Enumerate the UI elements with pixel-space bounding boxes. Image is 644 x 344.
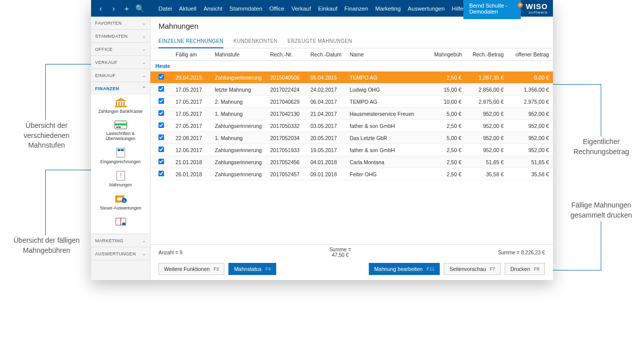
col-rechnr[interactable]: Rech.-Nr.: [266, 48, 306, 61]
page-title: Mahnungen: [150, 17, 553, 33]
menubar: Datei Aktuell Ansicht Stammdaten Office …: [149, 6, 463, 12]
svg-text:€: €: [120, 149, 121, 152]
annotation-rechnungsbetrag: Eigentlicher Rechnungsbetrag: [564, 137, 639, 157]
menu-item[interactable]: Hilfe: [452, 6, 463, 12]
sidebar-item-lastschriften[interactable]: Lastschriften & Überweisungen: [91, 118, 150, 144]
svg-text:!: !: [120, 173, 121, 178]
group-row[interactable]: Heute: [150, 61, 553, 72]
table-row[interactable]: 17.05.20172. Mahnung201704062906.04.2017…: [150, 96, 553, 108]
svg-rect-0: [116, 102, 117, 106]
menu-item[interactable]: Finanzen: [345, 6, 368, 12]
chevron-down-icon: ⌄: [142, 73, 146, 78]
table-row[interactable]: 21.01.2018Zahlungserinnerung201705245604…: [150, 156, 553, 168]
menu-item[interactable]: Einkauf: [318, 6, 337, 12]
sidebar-item-extra[interactable]: [91, 215, 150, 231]
card-icon: [114, 120, 128, 130]
svg-rect-18: [116, 218, 121, 225]
col-rechdatum[interactable]: Rech.-Datum: [306, 48, 346, 61]
menu-item[interactable]: Aktuell: [179, 6, 197, 12]
row-checkbox[interactable]: [158, 110, 164, 116]
annotation-drucken: Fällige Mahnungen gesammelt drucken: [564, 200, 639, 220]
tax-icon: S: [114, 193, 127, 204]
menu-item[interactable]: Office: [269, 6, 284, 12]
chevron-down-icon: ⌄: [142, 238, 146, 243]
table-row[interactable]: 17.05.20171. Mahnung201704213021.04.2017…: [150, 108, 553, 120]
table-row[interactable]: 27.05.2017Zahlungserinnerung201705033203…: [150, 120, 553, 132]
svg-rect-3: [123, 102, 125, 106]
row-checkbox[interactable]: [158, 134, 164, 140]
sidebar-group-office[interactable]: OFFICE⌄: [91, 43, 150, 55]
menu-item[interactable]: Datei: [158, 6, 172, 12]
nav-search-icon[interactable]: 🔍: [135, 4, 144, 13]
count-label: Anzahl = 9: [158, 250, 183, 255]
sidebar-group-verkauf[interactable]: VERKAUF⌄: [91, 56, 150, 68]
row-checkbox[interactable]: [158, 86, 164, 92]
reminder-icon: !: [115, 170, 127, 181]
row-checkbox[interactable]: [158, 98, 164, 104]
row-checkbox[interactable]: [158, 171, 164, 176]
bank-icon: [114, 97, 128, 108]
sidebar-group-favoriten[interactable]: FAVORITEN⌄: [91, 17, 150, 29]
col-mahnstufe[interactable]: Mahnstufe: [211, 48, 266, 61]
svg-text:S: S: [123, 199, 125, 202]
svg-rect-4: [115, 106, 127, 107]
col-mahngebuehr[interactable]: Mahngebüh: [430, 48, 465, 61]
nav-forward-icon[interactable]: ›: [109, 4, 118, 13]
menu-item[interactable]: Ansicht: [203, 6, 222, 12]
svg-rect-15: [117, 197, 122, 200]
col-faellig[interactable]: Fällig am: [172, 48, 211, 61]
svg-rect-7: [116, 126, 118, 128]
tab-einzelne-rechnungen[interactable]: EINZELNE RECHNUNGEN: [158, 35, 223, 48]
table-row[interactable]: 26.01.2018Zahlungserinnerung201705245709…: [150, 168, 553, 180]
nav-back-icon[interactable]: ‹: [96, 4, 105, 13]
nav-add-icon[interactable]: +: [122, 4, 131, 13]
tab-kundenkonten[interactable]: KUNDENKONTEN: [233, 35, 278, 48]
col-name[interactable]: Name: [346, 48, 430, 61]
sum-gebuehren: Summe =47,50 €: [330, 247, 351, 258]
row-checkbox[interactable]: [158, 74, 164, 80]
main-content: Mahnungen EINZELNE RECHNUNGEN KUNDENKONT…: [150, 17, 553, 280]
tab-erzeugte-mahnungen[interactable]: ERZEUGTE MAHNUNGEN: [288, 35, 352, 48]
summary-bar: Anzahl = 9 Summe =47,50 € Summe = 8.226,…: [150, 244, 553, 259]
annotation-mahngebuehren: Übersicht der fälligen Mahngebühren: [5, 236, 88, 255]
sidebar-group-stammdaten[interactable]: STAMMDATEN⌄: [91, 30, 150, 42]
data-grid[interactable]: Fällig am Mahnstufe Rech.-Nr. Rech.-Datu…: [150, 48, 553, 244]
svg-rect-20: [122, 223, 125, 225]
sidebar-group-marketing[interactable]: MARKETING⌄: [91, 234, 150, 247]
titlebar: ‹ › + 🔍 Datei Aktuell Ansicht Stammdaten…: [91, 0, 553, 17]
row-checkbox[interactable]: [158, 159, 164, 164]
sidebar-group-einkauf[interactable]: EINKAUF⌄: [91, 69, 150, 82]
table-row[interactable]: 12.06.2017Zahlungserinnerung201705193319…: [150, 144, 553, 156]
row-checkbox[interactable]: [158, 122, 164, 128]
sidebar-item-zahlungen[interactable]: Zahlungen Bank/Kasse: [91, 95, 150, 117]
chevron-down-icon: ⌄: [142, 59, 146, 65]
svg-rect-1: [118, 102, 120, 106]
menu-item[interactable]: Auswertungen: [408, 6, 445, 12]
svg-rect-6: [115, 123, 127, 125]
mahnung-bearbeiten-button[interactable]: Mahnung bearbeitenF11: [369, 263, 440, 275]
sum-offen: Summe = 8.226,23 €: [498, 250, 545, 255]
seitenvorschau-button[interactable]: SeitenvorschauF7: [444, 263, 501, 275]
col-checkbox[interactable]: [150, 48, 172, 61]
sidebar-group-auswertungen[interactable]: AUSWERTUNGEN⌄: [91, 247, 150, 260]
drucken-button[interactable]: DruckenF8: [505, 263, 545, 275]
sidebar-group-finanzen[interactable]: FINANZEN⌃: [91, 82, 150, 95]
col-offener-betrag[interactable]: offener Betrag: [508, 48, 553, 61]
sidebar-item-steuer[interactable]: S Steuer-Auswertungen: [91, 191, 150, 214]
table-row[interactable]: 17.05.2017letzte Mahnung201702242424.02.…: [150, 84, 553, 96]
menu-item[interactable]: Verkauf: [291, 6, 311, 12]
col-rechbetrag[interactable]: Rech.-Betrag: [465, 48, 508, 61]
sidebar-item-eingangsrechnungen[interactable]: € Eingangsrechnungen: [91, 145, 150, 167]
app-window: ‹ › + 🔍 Datei Aktuell Ansicht Stammdaten…: [91, 0, 553, 280]
sidebar-item-mahnungen[interactable]: ! Mahnungen: [91, 168, 150, 190]
svg-rect-8: [119, 126, 121, 128]
mahnstatus-button[interactable]: MahnstatusF4: [228, 263, 276, 275]
menu-item[interactable]: Marketing: [375, 6, 401, 12]
menu-item[interactable]: Stammdaten: [229, 6, 262, 12]
table-row[interactable]: 29.04.2015Zahlungserinnerung201504050605…: [150, 72, 553, 84]
row-checkbox[interactable]: [158, 147, 164, 152]
table-row[interactable]: 22.08.20171. Mahnung201705203420.05.2017…: [150, 132, 553, 144]
user-chip[interactable]: Bernd Schulte - Demodaten: [463, 0, 521, 19]
chevron-down-icon: ⌄: [142, 251, 146, 256]
weitere-funktionen-button[interactable]: Weitere FunktionenF2: [158, 263, 224, 275]
